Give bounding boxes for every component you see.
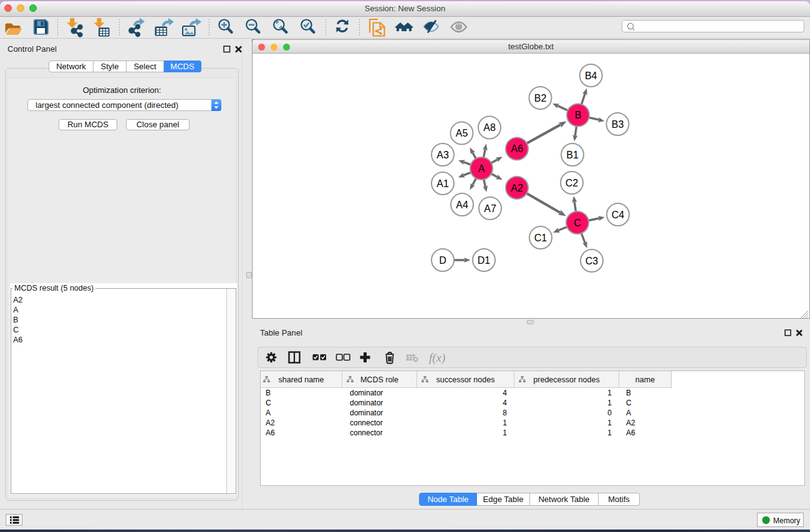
- svg-text:B1: B1: [566, 150, 579, 160]
- svg-text:A1: A1: [436, 178, 449, 189]
- svg-text:A6: A6: [511, 143, 523, 154]
- svg-text:C: C: [574, 218, 581, 228]
- svg-text:A2: A2: [511, 183, 523, 193]
- svg-text:A5: A5: [456, 128, 468, 138]
- svg-text:C3: C3: [586, 256, 599, 266]
- svg-text:A7: A7: [484, 203, 496, 214]
- svg-text:C1: C1: [534, 233, 547, 243]
- svg-text:C2: C2: [566, 178, 579, 188]
- svg-text:D1: D1: [478, 255, 491, 266]
- svg-text:A8: A8: [483, 122, 496, 133]
- svg-text:D: D: [439, 255, 446, 266]
- svg-text:B: B: [575, 110, 582, 120]
- svg-text:f(x): f(x): [429, 351, 445, 365]
- svg-text:A3: A3: [436, 150, 449, 160]
- svg-text:A4: A4: [456, 200, 468, 210]
- svg-text:B2: B2: [534, 93, 547, 104]
- svg-text:A: A: [478, 163, 485, 174]
- svg-text:C4: C4: [612, 210, 625, 220]
- svg-text:B3: B3: [612, 119, 624, 130]
- svg-text:B4: B4: [585, 70, 597, 81]
